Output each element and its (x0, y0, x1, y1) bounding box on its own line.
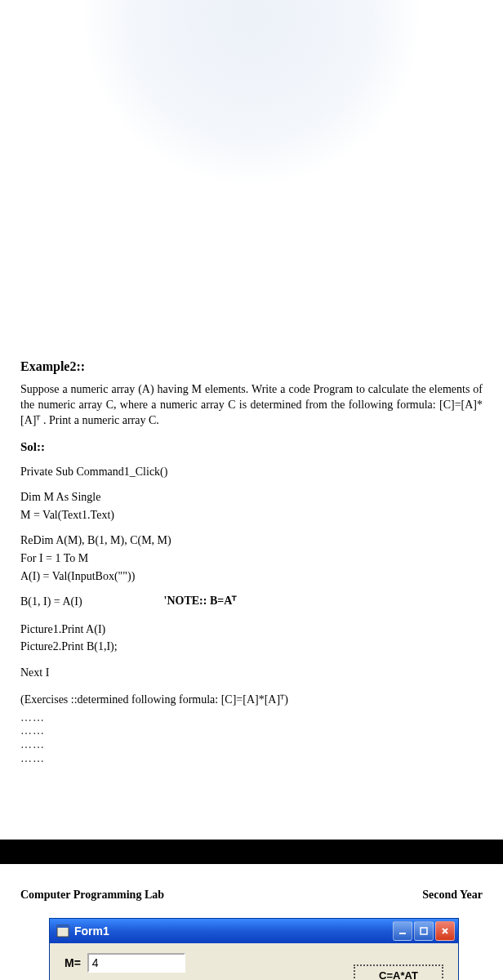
close-button[interactable] (435, 921, 455, 941)
calculate-button[interactable]: C=A*AT (354, 964, 443, 980)
code-block-5: Picture1.Print A(I) Picture2.Print B(1,I… (20, 621, 483, 655)
code-block-6: Next I (20, 665, 483, 681)
footer-course: Computer Programming Lab (20, 889, 164, 902)
solution-heading: Sol:: (20, 440, 483, 454)
example-heading: Example2:: (20, 359, 483, 374)
svg-rect-1 (57, 925, 69, 928)
blank-line: …… (20, 752, 483, 766)
code-block-3: ReDim A(M), B(1, M), C(M, M) For I = 1 T… (20, 532, 483, 584)
maximize-button[interactable] (414, 921, 434, 941)
code-line: Picture1.Print A(I) (20, 621, 483, 638)
code-note: 'NOTE:: B=Aᵀ (164, 594, 237, 612)
code-line: B(1, I) = A(I) (20, 594, 82, 610)
blank-line: …… (20, 724, 483, 738)
titlebar[interactable]: Form1 (50, 919, 458, 943)
minimize-button[interactable] (393, 921, 412, 941)
code-block-2: Dim M As Single M = Val(Text1.Text) (20, 489, 483, 523)
code-line: Picture2.Print B(1,I); (20, 639, 483, 655)
svg-rect-2 (399, 933, 406, 934)
code-line: Dim M As Single (20, 489, 483, 506)
m-input[interactable] (87, 953, 185, 973)
window-controls (393, 921, 455, 941)
code-line: Next I (20, 665, 483, 681)
problem-statement: Suppose a numeric array (A) having M ele… (20, 382, 483, 429)
form-icon (56, 924, 69, 938)
exercises-line: (Exercises ::determined following formul… (20, 693, 483, 706)
page-divider (0, 840, 503, 864)
code-block-4: B(1, I) = A(I) 'NOTE:: B=Aᵀ (20, 594, 483, 612)
code-line: Private Sub Command1_Click() (20, 464, 483, 480)
blank-line: …… (20, 711, 483, 725)
watermark-logo (80, 0, 423, 188)
m-label: M= (65, 956, 81, 969)
form-body: M= C=A*AT 1 3 4 2 * = 1 3 4 2 3 9 12 6 4… (50, 943, 458, 980)
code-line: M = Val(Text1.Text) (20, 507, 483, 523)
code-line: For I = 1 To M (20, 550, 483, 567)
code-line: A(I) = Val(InputBox("")) (20, 568, 483, 585)
vb-form-window: Form1 M= C=A*AT 1 3 4 2 * = (49, 918, 459, 980)
code-line: ReDim A(M), B(1, M), C(M, M) (20, 532, 483, 549)
form-title: Form1 (74, 924, 109, 938)
code-block-1: Private Sub Command1_Click() (20, 464, 483, 480)
footer-year: Second Year (422, 889, 483, 902)
svg-rect-3 (421, 928, 427, 934)
blank-line: …… (20, 738, 483, 752)
